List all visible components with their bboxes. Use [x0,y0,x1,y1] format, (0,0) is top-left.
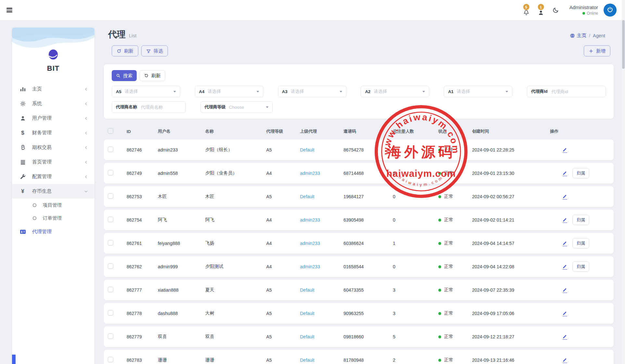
filter-row-1: A5请选择A4请选择A3请选择A2请选择A1请选择代理商Id [112,86,606,97]
edit-icon[interactable] [562,334,567,340]
sidebar-item-home[interactable]: 主页 [12,82,94,96]
row-checkbox[interactable] [108,217,113,222]
edit-icon[interactable] [562,358,567,363]
sidebar-item-system[interactable]: 系统 [12,96,94,111]
breadcrumb-home-link[interactable]: 主页 [570,32,586,39]
parent-agent-link[interactable]: Default [296,287,340,293]
attribution-button[interactable]: 归属 [572,168,589,178]
parent-agent-link[interactable]: admin233 [296,264,340,269]
agent-id: 862778 [123,311,154,316]
row-checkbox[interactable] [108,310,113,316]
user-notification-button[interactable]: 1 [536,4,545,17]
filter-agent-id-input[interactable]: 代理商Id [527,86,606,97]
row-checkbox[interactable] [108,193,113,199]
edit-icon[interactable] [562,264,567,270]
home-icon [570,33,575,38]
bitcoin-icon [19,144,26,151]
agent-id: 862779 [123,334,154,339]
edit-icon[interactable] [562,287,567,293]
filter-a5-select[interactable]: A5请选择 [112,86,180,97]
filter-agent-name-input[interactable]: 代理商名称 [112,101,186,113]
parent-agent-link[interactable]: Default [296,147,340,152]
row-checkbox[interactable] [108,287,113,292]
scrollbar-thumb[interactable] [622,20,625,69]
sidebar-item-finance[interactable]: $财务管理 [12,126,94,140]
table-row: 862746admin233夕阳（组长）A5Default867542780正常… [104,140,614,160]
parent-agent-link[interactable]: admin233 [296,241,340,246]
dark-mode-toggle[interactable] [552,6,559,14]
attribution-button[interactable]: 归属 [572,261,589,272]
parent-agent-link[interactable]: Default [296,358,340,363]
total-registered: 1 [389,241,434,246]
user-status: Online [587,11,598,16]
page-corner-accent [12,355,16,364]
table-row: 862754阿飞阿飞A4admin233639054980正常2024-09-0… [104,210,614,230]
search-icon [116,73,120,78]
sidebar-subitem-project-mgmt[interactable]: 项目管理 [12,199,94,212]
search-button[interactable]: 搜索 [112,70,137,81]
status-dot [438,219,441,222]
agent-level: A4 [262,217,296,223]
row-checkbox[interactable] [108,170,113,176]
table-row: 862753木匠木匠A5Default196841270正常2024-09-02… [104,186,614,207]
sidebar-item-config[interactable]: 配置管理 [12,169,94,184]
sidebar-item-user-mgmt[interactable]: 用户管理 [12,111,94,126]
sidebar-item-agent-mgmt[interactable]: 代理管理 [12,224,94,239]
column-header: 上级代理 [296,128,340,134]
filter-agent-id-field[interactable] [551,89,602,94]
edit-icon[interactable] [562,194,567,200]
filter-agent-level-select[interactable]: 代理商等级Choose [200,101,273,113]
filter-button[interactable]: 筛选 [141,45,168,56]
filter-a3-select[interactable]: A3请选择 [278,86,346,97]
filter-a1-select[interactable]: A1请选择 [444,86,512,97]
edit-icon[interactable] [562,311,567,316]
reset-button[interactable]: 刷新 [140,70,165,81]
filter-a2-select[interactable]: A2请选择 [361,86,429,97]
row-checkbox[interactable] [108,263,113,269]
edit-icon[interactable] [562,217,567,223]
agent-level: A4 [262,264,296,269]
invite-code: 19684127 [340,194,389,199]
sidebar-subitem-order-mgmt[interactable]: 订单管理 [12,212,94,224]
edit-icon[interactable] [562,171,567,176]
gear-icon [19,101,26,107]
edit-icon[interactable] [562,241,567,246]
column-header: 状态 [434,128,468,134]
agent-level: A5 [262,287,296,293]
filter-a4-select[interactable]: A4请选择 [195,86,263,97]
parent-agent-link[interactable]: admin233 [296,217,340,223]
parent-agent-link[interactable]: Default [296,334,340,339]
column-header: ID [123,129,154,134]
parent-agent-link[interactable]: Default [296,194,340,199]
hamburger-menu-icon[interactable] [6,7,12,13]
breadcrumb-separator: / [589,33,590,38]
add-button[interactable]: 新增 [584,45,610,56]
row-checkbox[interactable] [108,357,113,362]
parent-agent-link[interactable]: admin233 [296,171,340,176]
avatar[interactable] [604,4,617,17]
users-icon [19,115,26,122]
row-actions [546,311,614,316]
filter-agent-name-field[interactable] [140,104,181,110]
attribution-button[interactable]: 归属 [572,215,589,225]
total-registered: 3 [389,311,434,316]
row-actions [546,194,614,200]
agent-name: 夕阳测试 [201,264,262,270]
status-dot [438,172,441,175]
row-checkbox[interactable] [108,240,113,246]
row-checkbox[interactable] [108,334,113,339]
parent-agent-link[interactable]: Default [296,311,340,316]
refresh-button[interactable]: 刷新 [112,45,138,56]
plus-icon [589,49,594,54]
notification-bell-button[interactable]: 5 [522,4,531,17]
caret-down-icon [422,91,425,92]
invite-code: 68714468 [340,171,389,176]
edit-icon[interactable] [562,147,567,153]
row-checkbox[interactable] [108,147,113,152]
scrollbar-track [622,0,625,364]
sidebar-item-deposit-interest[interactable]: ¥存币生息 [12,184,94,199]
sidebar-item-homepage-mgmt[interactable]: 首页管理 [12,155,94,169]
sidebar-item-options-trading[interactable]: 期权交易 [12,140,94,155]
select-all-checkbox[interactable] [108,128,113,134]
attribution-button[interactable]: 归属 [572,238,589,249]
